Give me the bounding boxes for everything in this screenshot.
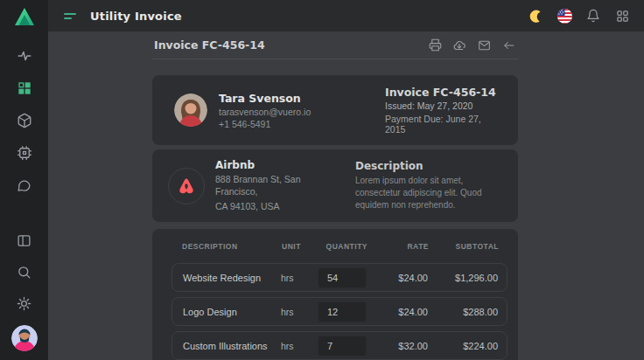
col-header-unit: UNIT: [282, 242, 312, 251]
table-body: Website Redesign hrs $24.00 $1,296.00 Lo…: [172, 263, 508, 360]
invoice-meta: Invoice FC-456-14 Issued: May 27, 2020 P…: [385, 86, 499, 135]
customer-avatar: [174, 93, 207, 127]
menu-toggle-icon[interactable]: [64, 10, 78, 21]
language-flag-icon[interactable]: [556, 8, 572, 24]
col-header-quantity: QUANTITY: [312, 242, 368, 251]
description-heading: Description: [355, 160, 499, 172]
invoice-items-card: DESCRIPTION UNIT QUANTITY RATE SUBTOTAL …: [152, 229, 518, 360]
item-rate: $24.00: [367, 273, 428, 283]
item-unit: hrs: [281, 273, 311, 283]
sidebar: [0, 0, 48, 360]
company-info: Airbnb 888 Brannan St, San Francisco, CA…: [215, 159, 333, 212]
notifications-bell-icon[interactable]: [585, 8, 601, 24]
item-rate: $24.00: [367, 307, 428, 317]
quantity-input[interactable]: [318, 301, 367, 322]
item-description: Logo Design: [183, 307, 281, 317]
table-row: Custom Illustrations hrs $32.00 $224.00: [172, 331, 508, 360]
company-card: Airbnb 888 Brannan St, San Francisco, CA…: [152, 149, 518, 222]
airbnb-logo-icon: [168, 168, 205, 204]
quantity-input[interactable]: [318, 267, 367, 288]
table-row: Logo Design hrs $24.00 $288.00: [172, 297, 508, 326]
table-row: Website Redesign hrs $24.00 $1,296.00: [172, 263, 508, 292]
customer-name: Tara Svenson: [219, 92, 311, 105]
item-subtotal: $1,296.00: [428, 273, 498, 283]
mail-icon[interactable]: [476, 38, 492, 52]
top-navbar: Utility Invoice: [48, 0, 644, 31]
customer-card: Tara Svenson tarasvenson@vuero.io +1 546…: [152, 75, 518, 145]
apps-grid-icon[interactable]: [614, 8, 630, 24]
customer-email: tarasvenson@vuero.io: [219, 107, 311, 117]
customer-info: Tara Svenson tarasvenson@vuero.io +1 546…: [219, 92, 311, 129]
chip-icon[interactable]: [15, 143, 34, 163]
table-header-row: DESCRIPTION UNIT QUANTITY RATE SUBTOTAL: [172, 238, 508, 253]
user-avatar[interactable]: [11, 325, 38, 351]
invoice-issued-date: Issued: May 27, 2020: [385, 100, 499, 111]
sidebar-bottom: [11, 231, 38, 351]
item-description: Website Redesign: [183, 273, 281, 283]
dashboard-grid-icon[interactable]: [15, 79, 34, 98]
app-logo-icon[interactable]: [13, 6, 36, 27]
back-arrow-icon[interactable]: [500, 38, 516, 52]
dark-mode-moon-icon[interactable]: [528, 8, 543, 24]
search-icon[interactable]: [15, 262, 34, 281]
quantity-input[interactable]: [318, 336, 367, 357]
activity-icon[interactable]: [15, 46, 34, 66]
item-subtotal: $288.00: [428, 307, 498, 317]
invoice-actions: [427, 38, 516, 52]
item-subtotal: $224.00: [428, 341, 498, 351]
item-unit: hrs: [281, 341, 311, 351]
invoice-number: Invoice FC-456-14: [385, 86, 499, 99]
col-header-rate: RATE: [368, 242, 429, 251]
invoice-header: Invoice FC-456-14: [152, 31, 518, 59]
item-description: Custom Illustrations: [183, 341, 281, 351]
sidebar-nav: [15, 46, 34, 195]
cube-icon[interactable]: [15, 111, 34, 130]
description-text: Lorem ipsum dolor sit amet, consectetur …: [355, 175, 499, 211]
company-name: Airbnb: [215, 159, 333, 171]
item-unit: hrs: [281, 307, 311, 317]
invoice-description: Description Lorem ipsum dolor sit amet, …: [355, 160, 499, 211]
item-rate: $32.00: [367, 341, 428, 351]
cloud-download-icon[interactable]: [452, 38, 467, 52]
page-heading: Utility Invoice: [90, 10, 182, 23]
invoice-title: Invoice FC-456-14: [154, 38, 265, 52]
company-address-line1: 888 Brannan St, San Francisco,: [215, 173, 333, 197]
col-header-description: DESCRIPTION: [182, 242, 282, 251]
invoice-due-date: Payment Due: June 27, 2015: [385, 114, 499, 135]
col-header-subtotal: SUBTOTAL: [429, 242, 499, 251]
panels-icon[interactable]: [15, 231, 34, 250]
company-address-line2: CA 94103, USA: [215, 200, 333, 212]
chat-icon[interactable]: [15, 176, 34, 195]
main-content: Invoice FC-456-14: [48, 31, 644, 360]
settings-gear-icon[interactable]: [15, 294, 34, 313]
navbar-actions: [528, 8, 630, 24]
customer-phone: +1 546-5491: [219, 119, 311, 129]
print-icon[interactable]: [427, 38, 443, 52]
